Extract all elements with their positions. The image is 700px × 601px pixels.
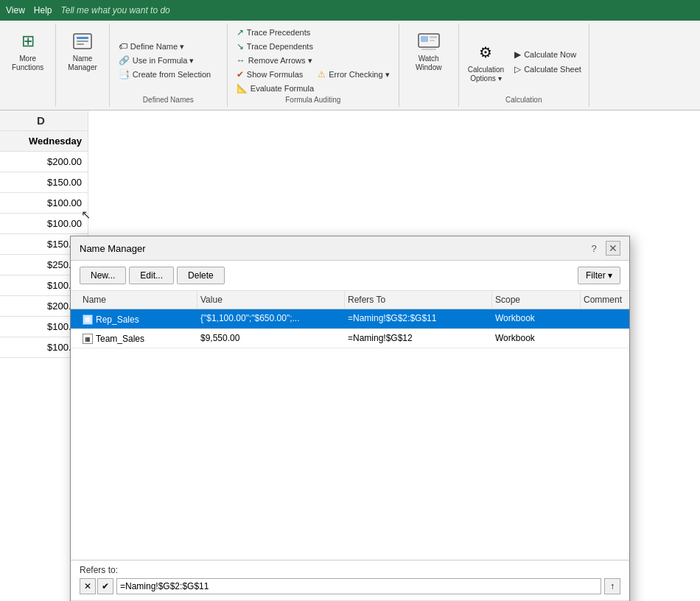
error-checking-button[interactable]: ⚠ Error Checking ▾: [315, 68, 392, 81]
dialog-toolbar: New... Edit... Delete Filter ▾: [71, 261, 629, 291]
delete-button[interactable]: Delete: [177, 267, 225, 284]
ribbon-content: ⊞ More Functions Name Manager: [0, 21, 700, 110]
team-sales-name-icon: ▦ Team_Sales: [83, 334, 144, 344]
dialog-help-button[interactable]: ?: [587, 241, 601, 256]
dialog-overlay: Name Manager ? ✕ New... Edit... Delete F…: [0, 221, 700, 601]
table-row[interactable]: ▦ Rep_Sales {"$1,100.00";"$650.00";... =…: [71, 309, 629, 329]
watch-window-group: Watch Window: [399, 24, 459, 107]
defined-names-group: 🏷 Define Name ▾ 🔗 Use in Formula ▾ 📑 Cre…: [110, 24, 228, 107]
refers-to-section: Refers to: ✕ ✔ ↑: [71, 560, 629, 600]
calculation-options-icon: ⚙: [474, 41, 497, 64]
create-from-selection-label: Create from Selection: [133, 70, 211, 79]
refers-to-input[interactable]: [116, 578, 601, 594]
cell-d1[interactable]: $200.00: [0, 152, 88, 172]
new-button[interactable]: New...: [80, 267, 126, 284]
svg-rect-6: [430, 36, 437, 38]
rep-sales-label: Rep_Sales: [96, 314, 139, 325]
svg-rect-3: [77, 43, 84, 45]
defined-names-group-label: Defined Names: [116, 96, 221, 105]
trace-precedents-icon: ↗: [237, 27, 244, 38]
team-sales-label: Team_Sales: [96, 334, 144, 344]
confirm-icon-btn[interactable]: ✔: [97, 578, 113, 594]
trace-precedents-button[interactable]: ↗ Trace Precedents: [234, 26, 313, 39]
formula-auditing-group: ↗ Trace Precedents ↘ Trace Dependents ↔ …: [228, 24, 399, 107]
remove-arrows-button[interactable]: ↔ Remove Arrows ▾: [234, 54, 315, 67]
remove-arrows-icon: ↔: [237, 55, 245, 66]
remove-arrows-label: Remove Arrows ▾: [248, 56, 312, 66]
name-manager-group-label: [63, 75, 101, 77]
header-scope: Scope: [492, 291, 581, 309]
evaluate-formula-label: Evaluate Formula: [251, 84, 314, 93]
rep-sales-name-icon: ▦ Rep_Sales: [83, 314, 139, 325]
trace-dependents-button[interactable]: ↘ Trace Dependents: [234, 40, 316, 53]
calculation-options-button[interactable]: ⚙ Calculation Options ▾: [463, 38, 508, 86]
more-functions-group: ⊞ More Functions: [0, 24, 56, 107]
name-manager-group: Name Manager: [56, 24, 109, 107]
evaluate-formula-icon: 📐: [237, 83, 248, 94]
calculate-sheet-label: Calculate Sheet: [524, 65, 581, 74]
filter-button[interactable]: Filter ▾: [578, 267, 620, 284]
team-sales-icon-box: ▦: [83, 334, 93, 344]
calculation-buttons: ⚙ Calculation Options ▾ ▶ Calculate Now …: [463, 25, 584, 96]
evaluate-formula-button[interactable]: 📐 Evaluate Formula: [234, 82, 317, 95]
formula-audit-row-1: ↗ Trace Precedents: [234, 26, 393, 39]
cell-d3[interactable]: $100.00: [0, 193, 88, 214]
cell-value-team-sales: $9,550.00: [197, 329, 345, 348]
formula-audit-row-5: 📐 Evaluate Formula: [234, 82, 393, 95]
name-manager-label: Name Manager: [68, 55, 97, 72]
name-manager-icon: [71, 29, 94, 53]
show-formulas-label: Show Formulas: [247, 70, 303, 79]
tell-me-input[interactable]: Tell me what you want to do: [60, 5, 169, 15]
cell-scope-team-sales: Workbook: [492, 329, 581, 348]
tab-help[interactable]: Help: [34, 5, 52, 15]
ribbon: View Help Tell me what you want to do ⊞ …: [0, 0, 700, 110]
watch-window-label: Watch Window: [416, 55, 442, 72]
use-in-formula-button[interactable]: 🔗 Use in Formula ▾: [116, 54, 221, 67]
defined-names-buttons: 🏷 Define Name ▾ 🔗 Use in Formula ▾ 📑 Cre…: [116, 25, 221, 96]
create-from-selection-button[interactable]: 📑 Create from Selection: [116, 68, 221, 81]
dialog-title: Name Manager: [80, 243, 146, 254]
svg-rect-7: [430, 40, 435, 41]
cell-refers-rep-sales: =Naming!$G$2:$G$11: [345, 309, 492, 328]
formula-audit-row-2: ↘ Trace Dependents: [234, 40, 393, 53]
calculate-buttons: ▶ Calculate Now ▷ Calculate Sheet: [511, 48, 584, 76]
calculate-now-label: Calculate Now: [524, 50, 576, 59]
header-name: Name: [80, 291, 197, 309]
calculate-sheet-button[interactable]: ▷ Calculate Sheet: [511, 63, 584, 76]
header-refers-to: Refers To: [345, 291, 492, 309]
dialog-title-controls: ? ✕: [587, 241, 620, 256]
table-header: Name Value Refers To Scope Comment: [71, 291, 629, 309]
name-manager-dialog: Name Manager ? ✕ New... Edit... Delete F…: [70, 236, 630, 601]
formula-audit-row-3: ↔ Remove Arrows ▾: [234, 54, 393, 67]
formula-auditing-group-label: Formula Auditing: [234, 96, 393, 105]
table-row[interactable]: ▦ Team_Sales $9,550.00 =Naming!$G$12 Wor…: [71, 329, 629, 349]
define-name-button[interactable]: 🏷 Define Name ▾: [116, 40, 221, 53]
calculate-now-button[interactable]: ▶ Calculate Now: [511, 48, 584, 61]
cancel-icon-btn[interactable]: ✕: [80, 578, 96, 594]
trace-precedents-label: Trace Precedents: [247, 28, 310, 37]
column-header: D: [0, 110, 88, 131]
cell-comment-team-sales: [581, 329, 620, 348]
cell-comment-rep-sales: [581, 309, 620, 328]
more-functions-button[interactable]: ⊞ More Functions: [7, 27, 48, 75]
cell-refers-team-sales: =Naming!$G$12: [345, 329, 492, 348]
dialog-title-bar: Name Manager ? ✕: [71, 236, 629, 261]
create-from-selection-icon: 📑: [119, 69, 130, 80]
cell-value-rep-sales: {"$1,100.00";"$650.00";...: [197, 309, 345, 328]
use-in-formula-icon: 🔗: [119, 55, 130, 66]
cell-name-team-sales: ▦ Team_Sales: [80, 329, 197, 348]
dialog-close-x-button[interactable]: ✕: [606, 241, 620, 256]
watch-window-button[interactable]: Watch Window: [407, 27, 451, 75]
cell-name-rep-sales: ▦ Rep_Sales: [80, 309, 197, 328]
edit-button[interactable]: Edit...: [129, 267, 174, 284]
svg-rect-1: [77, 37, 88, 39]
use-in-formula-label: Use in Formula ▾: [133, 56, 195, 66]
cell-d2[interactable]: $150.00: [0, 172, 88, 193]
calculate-sheet-icon: ▷: [514, 64, 521, 74]
refers-to-expand-button[interactable]: ↑: [604, 578, 620, 594]
name-manager-button[interactable]: Name Manager: [63, 27, 101, 75]
tab-view[interactable]: View: [6, 5, 25, 15]
svg-rect-5: [421, 36, 428, 42]
header-comment: Comment: [581, 291, 625, 309]
show-formulas-button[interactable]: ✔ Show Formulas: [234, 68, 306, 81]
